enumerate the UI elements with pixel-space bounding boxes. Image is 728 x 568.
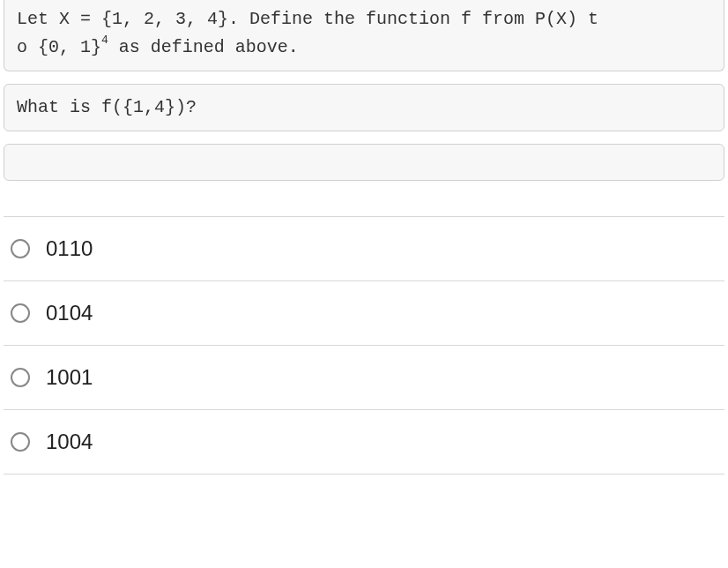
question-box: What is f({1,4})? [4, 84, 724, 131]
question-text: What is f({1,4})? [17, 97, 197, 117]
option-label: 1004 [46, 430, 93, 454]
option-label: 0104 [46, 301, 93, 325]
option-1[interactable]: 0104 [4, 281, 724, 346]
context-line2-post: as defined above. [108, 37, 299, 57]
option-label: 0110 [46, 236, 93, 261]
options-list: 0110 0104 1001 1004 [4, 216, 724, 475]
answer-input-box[interactable] [4, 144, 724, 181]
radio-icon[interactable] [11, 368, 30, 387]
radio-icon[interactable] [11, 239, 30, 258]
option-label: 1001 [46, 365, 93, 390]
context-line1: Let X = {1, 2, 3, 4}. Define the functio… [17, 9, 598, 29]
radio-icon[interactable] [11, 432, 30, 452]
option-0[interactable]: 0110 [4, 216, 724, 281]
option-2[interactable]: 1001 [4, 346, 724, 410]
context-line2-pre: o {0, 1} [17, 37, 101, 57]
context-superscript: 4 [101, 34, 108, 47]
option-3[interactable]: 1004 [4, 410, 724, 475]
radio-icon[interactable] [11, 303, 30, 323]
context-box: Let X = {1, 2, 3, 4}. Define the functio… [4, 0, 724, 71]
